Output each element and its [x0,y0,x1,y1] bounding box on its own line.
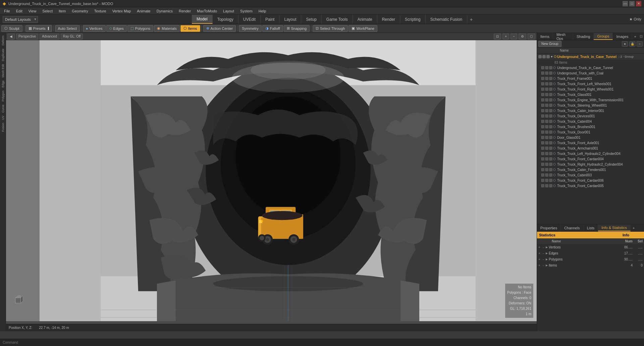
item-vis-btn[interactable] [541,173,544,177]
item-vis-btn[interactable] [541,125,544,128]
item-sel-btn[interactable] [549,179,552,182]
stat-row-edges[interactable]: + − ▶ Edges 17..... ..... [537,250,644,256]
item-sel-btn[interactable] [549,114,552,118]
rp-tab-shading[interactable]: Shading [573,33,594,40]
menu-dynamics[interactable]: Dynamics [154,8,175,14]
menu-select[interactable]: Select [40,8,55,14]
item-sel-btn[interactable] [549,109,552,112]
item-lock-btn[interactable] [545,168,548,171]
item-lock-btn[interactable] [545,88,548,91]
item-lock-btn[interactable] [545,114,548,118]
stat-row-items[interactable]: + − ▶ Items 4 0 [537,263,644,269]
item-sel-btn[interactable] [549,173,552,177]
item-sel-btn[interactable] [549,98,552,102]
item-vis-btn[interactable] [541,88,544,91]
list-item[interactable]: ⬡ Truck_Truck_Front_Axle001 [540,140,644,146]
select-through-button[interactable]: ⊡ Select Through [313,25,348,32]
item-lock-btn[interactable] [545,130,548,134]
list-item[interactable]: ⬡ Door_Glass001 [540,135,644,140]
bt-add-tab[interactable]: + [631,224,637,231]
rp-lock-toggle[interactable]: 🔒 [629,41,635,47]
symmetry-button[interactable]: Symmetry [239,25,262,32]
list-item[interactable]: ⬡ Truck_Truck_Armchairs001 [540,146,644,151]
snapping-button[interactable]: ⊞ Snapping [284,25,310,32]
item-vis-btn[interactable] [541,71,544,75]
item-lock-btn[interactable] [545,120,548,123]
sidebar-uv[interactable]: UV [1,114,5,121]
item-sel-btn[interactable] [549,104,552,107]
item-lock-btn[interactable] [545,184,548,187]
add-tab-button[interactable]: + [467,15,475,24]
list-item[interactable]: ⬡ Truck_Truck_Cabin003 [540,172,644,178]
tab-topology[interactable]: Topology [213,15,238,24]
list-item[interactable]: ⬡ Truck_Truck_Brushes001 [540,124,644,129]
tab-scripting[interactable]: Scripting [400,15,426,24]
viewport[interactable]: ◀ Perspective Advanced Ray GL: Off ⊡ + −… [6,33,537,331]
menu-maxtomodo[interactable]: MaxToModo [194,8,220,14]
item-sel-btn[interactable] [549,120,552,123]
sidebar-fusion[interactable]: Fusion [1,121,5,133]
item-vis-btn[interactable] [541,98,544,102]
sidebar-polygon[interactable]: Polygon [1,89,5,103]
menu-item[interactable]: Item [56,8,68,14]
bt-tab-lists[interactable]: Lists [584,224,598,231]
item-vis-btn[interactable] [541,93,544,96]
rp-tab-items[interactable]: Items [537,33,553,40]
viewport-settings-button[interactable]: ⚙ [519,34,526,40]
item-vis-btn[interactable] [541,179,544,182]
tab-schematic-fusion[interactable]: Schematic Fusion [426,15,467,24]
item-vis-btn[interactable] [541,104,544,107]
bt-tab-channels[interactable]: Channels [561,224,583,231]
rp-render-toggle[interactable]: ○ [637,41,643,47]
tab-setup[interactable]: Setup [301,15,321,24]
workplane-button[interactable]: ▣ WorkPlane [348,25,377,32]
sidebar-deform[interactable]: Deform [1,34,5,47]
item-vis-btn[interactable] [541,136,544,139]
list-item[interactable]: ⬡ Underground_Truck_with_Coal [540,70,644,76]
advanced-button[interactable]: Advanced [40,34,59,40]
sidebar-edge[interactable]: Edge [1,79,5,89]
item-vis-btn[interactable] [541,130,544,134]
item-lock-btn[interactable] [545,104,548,107]
stat-row-polygons[interactable]: + − ▶ Polygons 90..... ..... [537,256,644,263]
item-lock-btn[interactable] [545,152,548,155]
tab-game-tools[interactable]: Game Tools [322,15,353,24]
item-lock-btn[interactable] [545,98,548,102]
auto-select-button[interactable]: Auto Select [55,25,80,32]
list-item[interactable]: ⬡ Truck_Truck_Cabin_Interior001 [540,108,644,113]
rp-tab-groups[interactable]: Groups [594,33,613,40]
item-vis-btn[interactable] [541,163,544,166]
item-sel-btn[interactable] [549,82,552,85]
menu-animate[interactable]: Animate [134,8,153,14]
item-lock-btn[interactable] [545,125,548,128]
list-item[interactable]: ⬡ Truck_Truck_Devices001 [540,113,644,119]
list-item[interactable]: ⬡ Truck_Front_Frame001 [540,76,644,81]
sidebar-mesh-edit[interactable]: Mesh Edit [1,63,5,79]
vertices-button[interactable]: ● Vertices [83,25,106,32]
rp-tab-images[interactable]: Images [613,33,632,40]
ray-gl-button[interactable]: Ray GL: Off [61,34,83,40]
rp-add-tab-button[interactable]: + [632,33,638,40]
items-button[interactable]: ⬡ Items [180,25,200,32]
list-item[interactable]: ⬡ Truck_Truck_Left_Hydraulic2_Cylinder00… [540,151,644,156]
list-item[interactable]: ⬡ Truck_Truck_Right_Hydraulic2_Cylinder0… [540,162,644,167]
stat-row-vertices[interactable]: + − ▶ Vertices 86..... ..... [537,244,644,250]
item-vis-btn[interactable] [541,147,544,150]
item-sel-btn[interactable] [549,71,552,75]
perspective-button[interactable]: Perspective [16,34,38,40]
falloff-button[interactable]: ◑ Falloff [262,25,283,32]
zoom-out-button[interactable]: − [511,34,517,40]
group-sel-btn[interactable] [546,55,550,58]
item-vis-btn[interactable] [541,157,544,161]
item-vis-btn[interactable] [541,82,544,85]
list-item[interactable]: ⬡ Underground_Truck_in_Cave_Tunnel [540,65,644,70]
item-sel-btn[interactable] [549,152,552,155]
close-button[interactable]: ✕ [636,1,641,6]
item-sel-btn[interactable] [549,147,552,150]
item-lock-btn[interactable] [545,147,548,150]
menu-file[interactable]: File [1,8,13,14]
menu-help[interactable]: Help [256,8,269,14]
list-item[interactable]: ⬡ Truck_Truck_Front_Cardan004 [540,156,644,162]
item-vis-btn[interactable] [541,114,544,118]
item-sel-btn[interactable] [549,163,552,166]
